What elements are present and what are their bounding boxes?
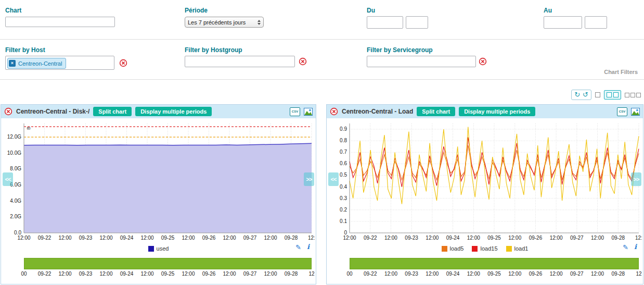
scroll-left-button[interactable]: << [3, 172, 13, 186]
timeline-tick-label: 09-27 [570, 271, 584, 277]
chart-filters-section-label: Chart Filters [604, 69, 638, 75]
divider [0, 79, 644, 80]
hostgroup-filter-input[interactable] [185, 56, 295, 67]
svg-text:09-27: 09-27 [243, 235, 257, 241]
timeline-tick-label: 12:00 [264, 271, 277, 277]
chart-info-icon[interactable]: i [307, 243, 310, 251]
export-image-icon[interactable] [304, 108, 313, 116]
svg-text:09-22: 09-22 [364, 235, 377, 241]
edit-chart-icon[interactable]: ✎ [623, 243, 628, 251]
au-label: Au [544, 7, 552, 14]
panel-title: Centreon-Central - Disk-/ [16, 108, 89, 115]
svg-text:09-24: 09-24 [120, 235, 134, 241]
svg-text:12:00: 12:00 [58, 235, 71, 241]
svg-text:0.4: 0.4 [340, 184, 347, 190]
timeline-tick-label: 12:00 [591, 271, 604, 277]
host-chip-label: Centreon-Central [18, 60, 62, 67]
au-time-input[interactable] [585, 16, 607, 29]
export-csv-icon[interactable]: CSV [290, 107, 300, 116]
split-chart-button[interactable]: Split chart [93, 107, 132, 116]
servicegroup-filter-input[interactable] [367, 56, 476, 67]
chart-info-icon[interactable]: i [634, 243, 637, 251]
timeline-bar[interactable] [24, 258, 312, 269]
du-time-input[interactable] [406, 16, 428, 29]
filter-by-servicegroup-label: Filter by Servicegroup [367, 46, 433, 54]
du-date-input[interactable] [367, 16, 403, 29]
timeline-tick-label: 09-28 [612, 271, 625, 277]
period-select-value: Les 7 précédents jours [188, 19, 246, 26]
svg-text:12:00: 12:00 [99, 235, 112, 241]
svg-text:12:00: 12:00 [550, 235, 563, 241]
clear-servicegroup-filter-icon[interactable] [479, 57, 487, 66]
svg-text:12:00: 12:00 [384, 235, 397, 241]
timeline-tick-label: 12:00 [426, 271, 439, 277]
select-arrows-icon [257, 20, 261, 25]
refresh-icon[interactable]: ↻ [574, 91, 580, 99]
timeline-tick-label: 12 [308, 271, 314, 277]
timeline-tick-label: 09-23 [79, 271, 93, 277]
host-chip[interactable]: × Centreon-Central [7, 58, 66, 69]
svg-text:12:00: 12:00 [223, 235, 236, 241]
svg-text:0.7: 0.7 [340, 149, 347, 155]
chart-plot[interactable]: 0.02.0G4.0G6.0G8.0G10.0G12.0G12:0009-221… [2, 119, 315, 243]
timeline-tick-label: 12:00 [182, 271, 195, 277]
period-select[interactable]: Les 7 précédents jours [185, 17, 264, 28]
legend-item[interactable]: load15 [472, 245, 497, 252]
legend-item[interactable]: used [148, 245, 169, 252]
layout-three-columns-icon[interactable] [625, 93, 641, 97]
svg-text:0.5: 0.5 [340, 172, 347, 178]
timeline-tick-label: 09-26 [529, 271, 543, 277]
export-csv-icon[interactable]: CSV [617, 107, 627, 116]
timeline-tick-label: 12:00 [550, 271, 563, 277]
layout-single-icon[interactable] [595, 92, 600, 97]
svg-text:09-23: 09-23 [405, 235, 418, 241]
multiple-periods-button[interactable]: Display multiple periods [459, 107, 535, 116]
timeline-bar[interactable] [350, 258, 639, 269]
chart-filter-input[interactable] [5, 17, 115, 27]
timeline-selector[interactable]: 0009-2212:0009-2312:0009-2412:0009-2512:… [24, 258, 312, 278]
host-filter-input[interactable]: × Centreon-Central [5, 56, 114, 70]
remove-chart-icon[interactable] [4, 107, 12, 116]
timeline-tick-label: 09-22 [38, 271, 51, 277]
chip-remove-icon[interactable]: × [9, 60, 16, 67]
split-chart-button[interactable]: Split chart [417, 107, 455, 116]
svg-text:09-25: 09-25 [487, 235, 501, 241]
timeline-labels: 0009-2212:0009-2312:0009-2412:0009-2512:… [350, 271, 639, 278]
legend-item[interactable]: load1 [506, 245, 529, 252]
chart-plot[interactable]: 00.10.20.30.40.50.60.70.80.912:0009-2212… [328, 119, 642, 243]
chart-legend: load5load15load1 [327, 244, 643, 253]
rotate-icon[interactable]: ↺ [583, 91, 588, 99]
export-image-icon[interactable] [631, 108, 640, 116]
timeline-tick-label: 09-22 [364, 271, 377, 277]
remove-chart-icon[interactable] [330, 107, 338, 116]
svg-text:0.2: 0.2 [340, 207, 347, 213]
timeline-tick-label: 09-24 [120, 271, 134, 277]
svg-text:09-22: 09-22 [38, 235, 51, 241]
timeline-selector[interactable]: 0009-2212:0009-2312:0009-2412:0009-2512:… [350, 258, 639, 278]
svg-text:2.0G: 2.0G [10, 214, 21, 219]
multiple-periods-button[interactable]: Display multiple periods [135, 107, 212, 116]
panel-header: Centreon-Central - Disk-/ Split chart Di… [1, 105, 316, 118]
svg-text:12:00: 12:00 [182, 235, 195, 241]
svg-text:12.0G: 12.0G [7, 134, 21, 140]
clear-host-filter-icon[interactable] [119, 59, 127, 67]
edit-chart-icon[interactable]: ✎ [295, 243, 301, 251]
svg-text:0.8: 0.8 [340, 138, 347, 143]
svg-text:0.6: 0.6 [340, 160, 347, 166]
svg-text:12:: 12: [635, 235, 642, 241]
legend-item[interactable]: load5 [442, 245, 464, 252]
clear-hostgroup-filter-icon[interactable] [299, 57, 307, 66]
svg-text:B: B [26, 127, 31, 130]
chart-legend: used [1, 244, 316, 253]
scroll-left-button[interactable]: << [328, 172, 339, 186]
timeline-tick-label: 12:00 [384, 271, 397, 277]
svg-text:12:00: 12:00 [17, 235, 30, 241]
svg-text:12:00: 12:00 [508, 235, 521, 241]
layout-two-columns-icon[interactable] [604, 90, 621, 100]
au-date-input[interactable] [544, 16, 582, 29]
svg-text:12:00: 12:00 [591, 235, 604, 241]
scroll-right-button[interactable]: >> [304, 172, 314, 186]
svg-text:09-24: 09-24 [446, 235, 460, 241]
scroll-right-button[interactable]: >> [631, 172, 641, 186]
svg-text:09-27: 09-27 [570, 235, 584, 241]
